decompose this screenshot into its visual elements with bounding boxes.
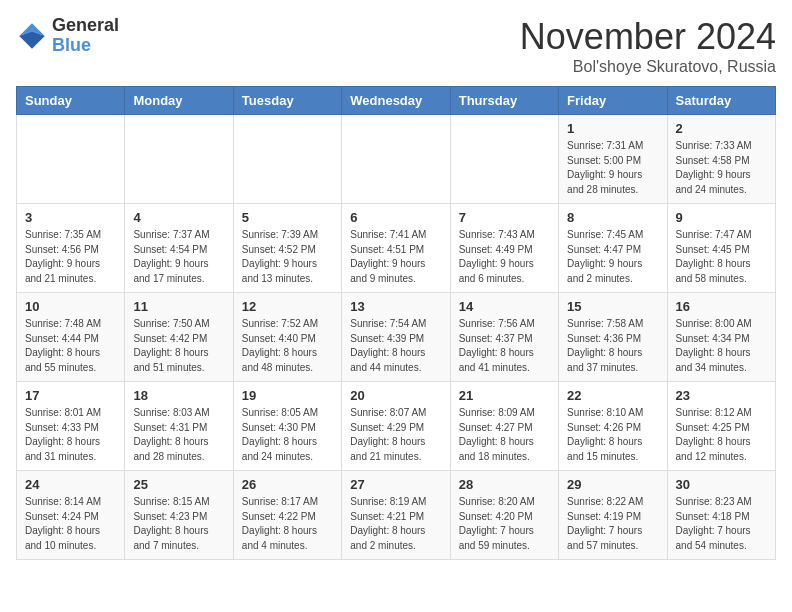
day-cell: 29Sunrise: 8:22 AM Sunset: 4:19 PM Dayli…: [559, 471, 667, 560]
day-number: 20: [350, 388, 441, 403]
day-cell: [450, 115, 558, 204]
day-cell: 15Sunrise: 7:58 AM Sunset: 4:36 PM Dayli…: [559, 293, 667, 382]
week-row-5: 24Sunrise: 8:14 AM Sunset: 4:24 PM Dayli…: [17, 471, 776, 560]
day-cell: [125, 115, 233, 204]
day-number: 6: [350, 210, 441, 225]
day-cell: 25Sunrise: 8:15 AM Sunset: 4:23 PM Dayli…: [125, 471, 233, 560]
day-detail: Sunrise: 8:03 AM Sunset: 4:31 PM Dayligh…: [133, 406, 224, 464]
day-cell: 14Sunrise: 7:56 AM Sunset: 4:37 PM Dayli…: [450, 293, 558, 382]
day-cell: 2Sunrise: 7:33 AM Sunset: 4:58 PM Daylig…: [667, 115, 775, 204]
logo-icon: [16, 20, 48, 52]
day-cell: 11Sunrise: 7:50 AM Sunset: 4:42 PM Dayli…: [125, 293, 233, 382]
location-title: Bol'shoye Skuratovo, Russia: [520, 58, 776, 76]
day-number: 25: [133, 477, 224, 492]
title-section: November 2024 Bol'shoye Skuratovo, Russi…: [520, 16, 776, 76]
day-cell: 27Sunrise: 8:19 AM Sunset: 4:21 PM Dayli…: [342, 471, 450, 560]
day-detail: Sunrise: 8:17 AM Sunset: 4:22 PM Dayligh…: [242, 495, 333, 553]
day-detail: Sunrise: 7:56 AM Sunset: 4:37 PM Dayligh…: [459, 317, 550, 375]
day-detail: Sunrise: 8:09 AM Sunset: 4:27 PM Dayligh…: [459, 406, 550, 464]
day-cell: 21Sunrise: 8:09 AM Sunset: 4:27 PM Dayli…: [450, 382, 558, 471]
day-cell: 4Sunrise: 7:37 AM Sunset: 4:54 PM Daylig…: [125, 204, 233, 293]
week-row-3: 10Sunrise: 7:48 AM Sunset: 4:44 PM Dayli…: [17, 293, 776, 382]
day-detail: Sunrise: 8:20 AM Sunset: 4:20 PM Dayligh…: [459, 495, 550, 553]
day-number: 22: [567, 388, 658, 403]
day-number: 8: [567, 210, 658, 225]
day-cell: 6Sunrise: 7:41 AM Sunset: 4:51 PM Daylig…: [342, 204, 450, 293]
week-row-2: 3Sunrise: 7:35 AM Sunset: 4:56 PM Daylig…: [17, 204, 776, 293]
day-detail: Sunrise: 8:07 AM Sunset: 4:29 PM Dayligh…: [350, 406, 441, 464]
weekday-header-tuesday: Tuesday: [233, 87, 341, 115]
day-number: 26: [242, 477, 333, 492]
day-detail: Sunrise: 7:37 AM Sunset: 4:54 PM Dayligh…: [133, 228, 224, 286]
day-detail: Sunrise: 8:19 AM Sunset: 4:21 PM Dayligh…: [350, 495, 441, 553]
day-cell: 22Sunrise: 8:10 AM Sunset: 4:26 PM Dayli…: [559, 382, 667, 471]
week-row-4: 17Sunrise: 8:01 AM Sunset: 4:33 PM Dayli…: [17, 382, 776, 471]
day-number: 11: [133, 299, 224, 314]
day-cell: 3Sunrise: 7:35 AM Sunset: 4:56 PM Daylig…: [17, 204, 125, 293]
weekday-header-friday: Friday: [559, 87, 667, 115]
day-number: 18: [133, 388, 224, 403]
day-cell: 9Sunrise: 7:47 AM Sunset: 4:45 PM Daylig…: [667, 204, 775, 293]
logo-general-text: General: [52, 16, 119, 36]
day-number: 4: [133, 210, 224, 225]
day-cell: 7Sunrise: 7:43 AM Sunset: 4:49 PM Daylig…: [450, 204, 558, 293]
weekday-header-monday: Monday: [125, 87, 233, 115]
day-number: 19: [242, 388, 333, 403]
day-cell: 16Sunrise: 8:00 AM Sunset: 4:34 PM Dayli…: [667, 293, 775, 382]
day-detail: Sunrise: 7:31 AM Sunset: 5:00 PM Dayligh…: [567, 139, 658, 197]
week-row-1: 1Sunrise: 7:31 AM Sunset: 5:00 PM Daylig…: [17, 115, 776, 204]
day-detail: Sunrise: 7:58 AM Sunset: 4:36 PM Dayligh…: [567, 317, 658, 375]
day-detail: Sunrise: 8:23 AM Sunset: 4:18 PM Dayligh…: [676, 495, 767, 553]
day-detail: Sunrise: 7:35 AM Sunset: 4:56 PM Dayligh…: [25, 228, 116, 286]
day-number: 30: [676, 477, 767, 492]
day-number: 23: [676, 388, 767, 403]
day-cell: 26Sunrise: 8:17 AM Sunset: 4:22 PM Dayli…: [233, 471, 341, 560]
logo-text: General Blue: [52, 16, 119, 56]
day-cell: 23Sunrise: 8:12 AM Sunset: 4:25 PM Dayli…: [667, 382, 775, 471]
weekday-header-sunday: Sunday: [17, 87, 125, 115]
day-detail: Sunrise: 7:47 AM Sunset: 4:45 PM Dayligh…: [676, 228, 767, 286]
day-number: 21: [459, 388, 550, 403]
day-number: 10: [25, 299, 116, 314]
day-detail: Sunrise: 8:14 AM Sunset: 4:24 PM Dayligh…: [25, 495, 116, 553]
day-number: 29: [567, 477, 658, 492]
day-cell: [342, 115, 450, 204]
day-detail: Sunrise: 7:33 AM Sunset: 4:58 PM Dayligh…: [676, 139, 767, 197]
day-detail: Sunrise: 7:43 AM Sunset: 4:49 PM Dayligh…: [459, 228, 550, 286]
day-cell: 13Sunrise: 7:54 AM Sunset: 4:39 PM Dayli…: [342, 293, 450, 382]
day-detail: Sunrise: 7:39 AM Sunset: 4:52 PM Dayligh…: [242, 228, 333, 286]
day-cell: 24Sunrise: 8:14 AM Sunset: 4:24 PM Dayli…: [17, 471, 125, 560]
day-cell: [17, 115, 125, 204]
day-cell: 12Sunrise: 7:52 AM Sunset: 4:40 PM Dayli…: [233, 293, 341, 382]
day-cell: 10Sunrise: 7:48 AM Sunset: 4:44 PM Dayli…: [17, 293, 125, 382]
day-cell: 28Sunrise: 8:20 AM Sunset: 4:20 PM Dayli…: [450, 471, 558, 560]
day-detail: Sunrise: 8:15 AM Sunset: 4:23 PM Dayligh…: [133, 495, 224, 553]
day-number: 13: [350, 299, 441, 314]
day-cell: 8Sunrise: 7:45 AM Sunset: 4:47 PM Daylig…: [559, 204, 667, 293]
day-number: 27: [350, 477, 441, 492]
day-number: 15: [567, 299, 658, 314]
day-detail: Sunrise: 7:48 AM Sunset: 4:44 PM Dayligh…: [25, 317, 116, 375]
day-number: 12: [242, 299, 333, 314]
day-cell: 30Sunrise: 8:23 AM Sunset: 4:18 PM Dayli…: [667, 471, 775, 560]
day-number: 24: [25, 477, 116, 492]
day-cell: 5Sunrise: 7:39 AM Sunset: 4:52 PM Daylig…: [233, 204, 341, 293]
day-number: 28: [459, 477, 550, 492]
day-cell: 19Sunrise: 8:05 AM Sunset: 4:30 PM Dayli…: [233, 382, 341, 471]
day-cell: 20Sunrise: 8:07 AM Sunset: 4:29 PM Dayli…: [342, 382, 450, 471]
day-detail: Sunrise: 7:45 AM Sunset: 4:47 PM Dayligh…: [567, 228, 658, 286]
day-detail: Sunrise: 8:05 AM Sunset: 4:30 PM Dayligh…: [242, 406, 333, 464]
day-detail: Sunrise: 8:12 AM Sunset: 4:25 PM Dayligh…: [676, 406, 767, 464]
month-title: November 2024: [520, 16, 776, 58]
day-detail: Sunrise: 7:41 AM Sunset: 4:51 PM Dayligh…: [350, 228, 441, 286]
day-number: 3: [25, 210, 116, 225]
weekday-header-wednesday: Wednesday: [342, 87, 450, 115]
weekday-header-saturday: Saturday: [667, 87, 775, 115]
logo: General Blue: [16, 16, 119, 56]
day-number: 1: [567, 121, 658, 136]
day-detail: Sunrise: 7:50 AM Sunset: 4:42 PM Dayligh…: [133, 317, 224, 375]
weekday-header-row: SundayMondayTuesdayWednesdayThursdayFrid…: [17, 87, 776, 115]
day-detail: Sunrise: 8:01 AM Sunset: 4:33 PM Dayligh…: [25, 406, 116, 464]
day-detail: Sunrise: 7:52 AM Sunset: 4:40 PM Dayligh…: [242, 317, 333, 375]
day-number: 2: [676, 121, 767, 136]
